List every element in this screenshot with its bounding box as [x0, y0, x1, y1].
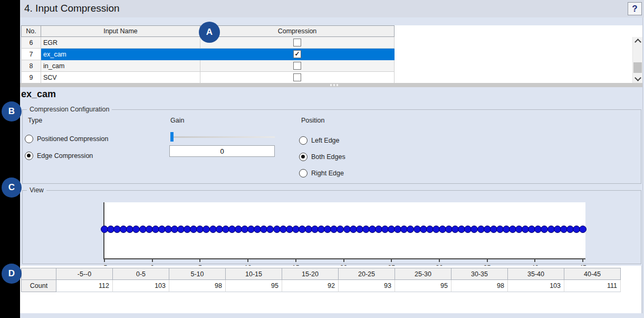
radio-icon[interactable] — [299, 169, 307, 177]
row-filler — [395, 72, 642, 83]
row-filler — [395, 49, 642, 60]
count-value: 92 — [282, 280, 339, 292]
compression-checkbox[interactable] — [293, 62, 301, 70]
both-edges-option[interactable]: Both Edges — [299, 153, 345, 161]
edge-compression-option[interactable]: Edge Compression — [25, 152, 93, 160]
positioned-compression-option[interactable]: Positioned Compression — [25, 135, 109, 143]
view-group: View -5051015202530354045 — [22, 190, 641, 264]
x-axis-tick — [487, 259, 488, 262]
annotation-badge-d: D — [2, 264, 22, 284]
x-axis-tick — [391, 259, 392, 262]
annotation-badge-b: B — [2, 101, 22, 121]
x-axis-tick — [534, 259, 535, 262]
bin-header: 10-15 — [226, 268, 282, 280]
input-table-row[interactable]: 9 SCV — [21, 72, 642, 83]
bin-header: 30-35 — [451, 268, 508, 280]
left-edge-option[interactable]: Left Edge — [299, 136, 340, 145]
compression-checkbox[interactable] — [293, 73, 301, 81]
annotation-badge-c: C — [2, 177, 22, 198]
count-row-label: Count — [21, 280, 56, 292]
bin-header: 5-10 — [169, 268, 226, 280]
bin-header: -5--0 — [56, 268, 113, 280]
input-table-row[interactable]: 7 ex_cam — [21, 49, 642, 60]
row-number-cell: 6 — [21, 37, 41, 49]
radio-label: Right Edge — [311, 170, 344, 177]
compression-cell — [200, 72, 395, 83]
input-table: No. Input Name Compression 6 EGR 7 ex_ca… — [21, 25, 642, 83]
count-value: 103 — [113, 280, 169, 292]
bin-header: 40-45 — [564, 268, 621, 280]
row-number-cell: 8 — [21, 60, 41, 72]
compression-cell — [200, 49, 395, 60]
scroll-up-icon[interactable] — [635, 39, 641, 45]
column-header-compression: Compression — [200, 25, 395, 37]
count-table: -5--00-55-1010-1515-2020-2525-3030-3535-… — [21, 268, 621, 292]
count-value: 112 — [56, 280, 113, 292]
input-table-row[interactable]: 8 in_cam — [21, 60, 642, 72]
count-value: 95 — [395, 280, 451, 292]
x-axis-tick — [247, 259, 248, 262]
group-legend: View — [27, 186, 46, 194]
help-button[interactable]: ? — [628, 2, 642, 15]
input-table-row[interactable]: 6 EGR — [21, 37, 642, 49]
row-number-cell: 7 — [21, 49, 41, 60]
input-table-body: 6 EGR 7 ex_cam 8 in_cam 9 SCV — [21, 37, 642, 83]
radio-icon[interactable] — [25, 152, 33, 160]
slider-thumb[interactable] — [170, 132, 174, 142]
title-bar: 4. Input Compression — [20, 0, 644, 17]
data-point — [579, 226, 587, 233]
gain-label: Gain — [170, 117, 184, 124]
x-axis-tick — [343, 259, 344, 262]
compression-cell — [200, 60, 395, 72]
bin-header: 15-20 — [282, 268, 339, 280]
count-value: 95 — [226, 280, 282, 292]
selected-input-heading: ex_cam — [21, 89, 56, 100]
page-title: 4. Input Compression — [24, 3, 120, 14]
table-vertical-scrollbar[interactable] — [632, 37, 642, 83]
input-name-cell[interactable]: in_cam — [41, 60, 200, 72]
x-axis-tick — [582, 259, 583, 262]
slider-track[interactable] — [170, 136, 275, 138]
scroll-down-icon[interactable] — [635, 74, 641, 81]
radio-label: Left Edge — [311, 137, 340, 144]
gain-slider[interactable] — [170, 132, 275, 142]
annotation-badge-a: A — [199, 22, 220, 43]
bin-header: 0-5 — [113, 268, 169, 280]
splitter-grip-icon[interactable] — [330, 84, 338, 86]
count-value: 93 — [339, 280, 395, 292]
group-legend: Compression Configuration — [27, 106, 112, 113]
count-value: 98 — [451, 280, 508, 292]
horizontal-splitter[interactable] — [20, 83, 642, 87]
count-value: 98 — [169, 280, 226, 292]
row-filler — [395, 37, 642, 49]
bin-header: 35-40 — [508, 268, 564, 280]
type-label: Type — [28, 117, 42, 124]
count-value: 103 — [508, 280, 564, 292]
x-axis-tick — [104, 259, 105, 262]
x-axis-tick — [439, 259, 440, 262]
window-right-edge — [642, 17, 643, 313]
radio-label: Edge Compression — [37, 152, 93, 160]
compression-checkbox[interactable] — [293, 39, 301, 46]
bin-header: 25-30 — [395, 268, 451, 280]
bin-header: 20-25 — [339, 268, 395, 280]
radio-label: Both Edges — [311, 153, 345, 161]
radio-icon[interactable] — [25, 135, 33, 143]
x-axis-tick — [199, 259, 200, 262]
radio-icon[interactable] — [299, 153, 307, 161]
header-filler — [395, 25, 642, 37]
gain-input[interactable] — [169, 145, 275, 157]
input-name-cell[interactable]: EGR — [41, 37, 200, 49]
scrollbar-thumb[interactable] — [633, 62, 642, 73]
compression-cell — [200, 37, 395, 49]
input-name-cell[interactable]: SCV — [41, 72, 200, 83]
compression-checkbox[interactable] — [293, 50, 301, 58]
right-edge-option[interactable]: Right Edge — [299, 169, 344, 177]
input-name-cell[interactable]: ex_cam — [41, 49, 200, 60]
count-value: 111 — [564, 280, 621, 292]
column-header-input-name: Input Name — [41, 25, 200, 37]
x-axis-tick — [295, 259, 296, 262]
radio-icon[interactable] — [299, 136, 307, 145]
row-filler — [395, 60, 642, 72]
input-table-header: No. Input Name Compression — [21, 25, 642, 37]
